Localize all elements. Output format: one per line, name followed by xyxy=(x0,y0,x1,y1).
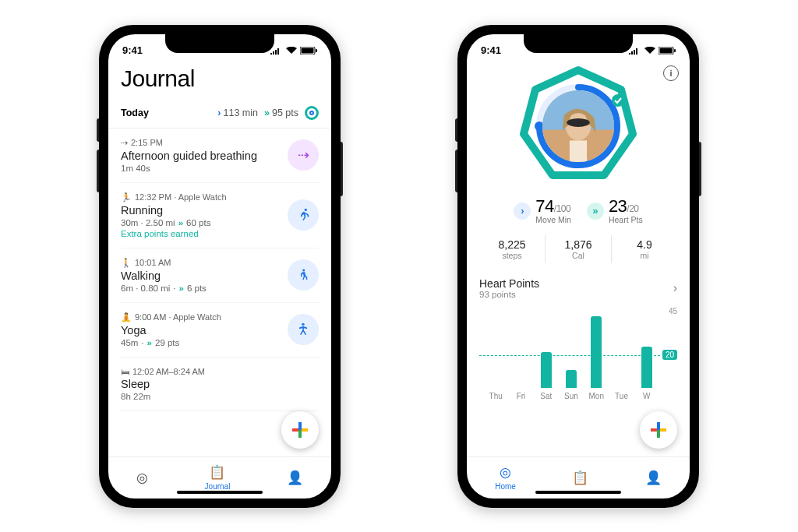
svg-rect-7 xyxy=(660,48,673,53)
activity-icon-breathing: ⇢ xyxy=(288,139,319,171)
home-icon: ◎ xyxy=(136,470,148,486)
move-min-metric[interactable]: › 74/100 Move Min xyxy=(514,198,571,224)
page-title: Journal xyxy=(121,65,319,92)
svg-point-4 xyxy=(302,270,305,272)
heart-points-card-header[interactable]: Heart Points 93 points › xyxy=(479,277,677,299)
breath-icon: ⇢ xyxy=(121,138,128,148)
journal-entry[interactable]: 🏃12:32 PM · Apple Watch Running 30m · 2.… xyxy=(121,183,319,248)
svg-point-17 xyxy=(567,118,589,126)
svg-rect-8 xyxy=(674,49,676,52)
goal-rings[interactable] xyxy=(516,64,641,188)
plus-icon xyxy=(292,422,308,438)
journal-icon: 📋 xyxy=(572,470,588,486)
add-activity-fab[interactable] xyxy=(640,411,677,449)
heart-arrow-icon: » xyxy=(587,203,604,220)
status-icons xyxy=(629,47,676,55)
svg-point-5 xyxy=(302,323,304,326)
sleep-icon: 🛏 xyxy=(121,367,129,376)
heart-pts-metric[interactable]: » 23/20 Heart Pts xyxy=(587,198,643,224)
phone-mockup-journal: 9:41 Journal Today ›113 min »95 pts ⇢2:1… xyxy=(99,25,341,508)
journal-icon: 📋 xyxy=(209,464,225,481)
profile-icon: 👤 xyxy=(287,470,303,486)
walk-icon: 🚶 xyxy=(121,258,132,268)
activity-icon-walking xyxy=(288,259,319,291)
distance-stat[interactable]: 4.9 mi xyxy=(611,235,677,263)
today-label: Today xyxy=(121,107,211,118)
phone-mockup-home: 9:41 i xyxy=(457,25,699,508)
nav-profile[interactable]: 👤 xyxy=(645,470,662,486)
journal-entry[interactable]: 🚶10:01 AM Walking 6m · 0.80 mi · » 6 pts xyxy=(121,248,319,303)
svg-point-3 xyxy=(305,209,307,211)
steps-stat[interactable]: 8,225 steps xyxy=(479,235,545,263)
status-icons xyxy=(270,47,317,55)
info-button[interactable]: i xyxy=(663,65,679,81)
goal-ring-icon xyxy=(305,106,319,120)
chevron-right-icon: › xyxy=(673,281,677,295)
nav-profile[interactable]: 👤 xyxy=(287,470,303,486)
run-icon: 🏃 xyxy=(121,192,132,203)
journal-entry[interactable]: 🧘9:00 AM · Apple Watch Yoga 45m · » 29 p… xyxy=(121,303,319,358)
calories-stat[interactable]: 1,876 Cal xyxy=(545,235,611,263)
add-activity-fab[interactable] xyxy=(281,411,319,449)
journal-entry[interactable]: ⇢2:15 PM Afternoon guided breathing 1m 4… xyxy=(121,129,319,183)
plus-icon xyxy=(651,422,666,438)
nav-home[interactable]: ◎ xyxy=(136,470,148,486)
avatar xyxy=(542,90,614,162)
home-icon: ◎ xyxy=(500,464,511,481)
activity-icon-yoga xyxy=(288,314,319,345)
profile-icon: 👤 xyxy=(645,470,662,486)
activity-icon-running xyxy=(288,199,319,231)
svg-point-13 xyxy=(612,94,624,107)
svg-rect-18 xyxy=(570,140,587,162)
journal-entry[interactable]: 🛏12:02 AM–8:24 AM Sleep 8h 22m xyxy=(121,358,319,411)
nav-home[interactable]: ◎ Home xyxy=(495,464,516,491)
move-arrow-icon: › xyxy=(514,203,531,220)
svg-rect-2 xyxy=(316,49,317,52)
nav-journal[interactable]: 📋 xyxy=(572,470,588,486)
heart-points-chart[interactable]: 45 20 ThuFriSatSunMonTueW xyxy=(479,307,677,400)
status-time: 9:41 xyxy=(122,44,143,56)
status-time: 9:41 xyxy=(481,44,501,56)
today-summary[interactable]: Today ›113 min »95 pts xyxy=(121,106,319,120)
svg-rect-1 xyxy=(302,48,314,53)
yoga-icon: 🧘 xyxy=(121,312,132,322)
nav-journal[interactable]: 📋 Journal xyxy=(205,464,231,491)
